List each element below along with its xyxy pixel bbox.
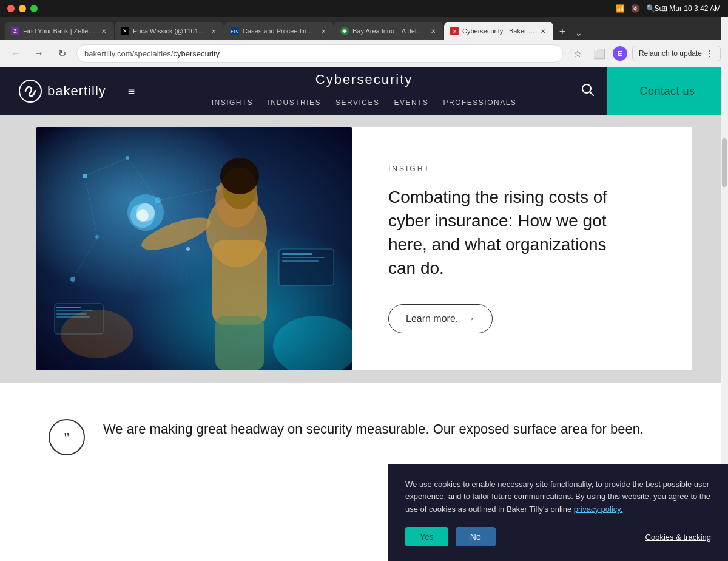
hamburger-menu[interactable]: ≡ <box>128 84 135 98</box>
system-time: Sun Mar 10 3:42 AM <box>655 4 721 13</box>
cookie-yes-button[interactable]: Yes <box>405 527 448 546</box>
svg-rect-38 <box>282 260 318 262</box>
tab-ftc[interactable]: FTC Cases and Proceedings |… ✕ <box>224 22 334 40</box>
tab-close-x[interactable]: ✕ <box>209 27 218 35</box>
tab-title-ftc: Cases and Proceedings |… <box>243 27 315 35</box>
traffic-lights <box>7 5 38 12</box>
volume-icon: 🔇 <box>631 4 640 13</box>
relaunch-menu-icon: ⋮ <box>706 49 714 58</box>
svg-rect-36 <box>282 253 312 255</box>
minimize-button[interactable] <box>19 5 26 12</box>
tab-title-x: Erica Wissick (@11010eric… <box>133 27 206 35</box>
tab-title-zelle: Find Your Bank | Zelle En… <box>23 27 96 35</box>
address-actions: ☆ ⬜ E Relaunch to update ⋮ <box>569 45 721 62</box>
site-header: bakertilly ≡ Cybersecurity INSIGHTS INDU… <box>0 67 728 115</box>
quote-mark: " <box>49 419 85 455</box>
tab-bay[interactable]: ◉ Bay Area Inno – A defunct… ✕ <box>334 22 443 40</box>
svg-point-0 <box>19 80 41 102</box>
svg-point-28 <box>136 209 149 222</box>
cookies-tracking-link[interactable]: Cookies & tracking <box>645 532 711 542</box>
cookie-actions: Yes No Cookies & tracking <box>405 527 711 546</box>
nav-events[interactable]: EVENTS <box>394 98 428 107</box>
tab-close-ftc[interactable]: ✕ <box>319 27 328 35</box>
bookmark-icon[interactable]: ☆ <box>569 45 586 62</box>
insight-label: INSIGHT <box>388 165 655 173</box>
tab-title-bay: Bay Area Inno – A defunct… <box>352 27 425 35</box>
hero-section: INSIGHT Combating the rising costs of cy… <box>0 115 728 382</box>
svg-line-2 <box>590 92 594 95</box>
back-button[interactable]: ← <box>7 45 24 62</box>
tab-title-bt: Cybersecurity - Baker Tilly… <box>462 27 535 35</box>
tab-bar: Z Find Your Bank | Zelle En… ✕ ✕ Erica W… <box>0 17 728 40</box>
tab-favicon-ftc: FTC <box>231 27 239 35</box>
scrollbar-thumb[interactable] <box>722 138 727 187</box>
contact-button[interactable]: Contact us <box>607 67 728 115</box>
cookie-no-button[interactable]: No <box>456 527 496 546</box>
svg-rect-29 <box>215 316 264 370</box>
page-title: Cybersecurity <box>315 72 413 87</box>
nav-links: INSIGHTS INDUSTRIES SERVICES EVENTS PROF… <box>212 98 517 107</box>
tab-close-bt[interactable]: ✕ <box>539 27 547 35</box>
cookie-banner: We use cookies to enable necessary site … <box>388 464 728 561</box>
reload-button[interactable]: ↻ <box>53 45 70 62</box>
address-bar: ← → ↻ bakertilly.com/specialties/cyberse… <box>0 40 728 67</box>
tab-favicon-bay: ◉ <box>340 27 349 35</box>
tab-favicon-zelle: Z <box>11 27 19 35</box>
tab-close-zelle[interactable]: ✕ <box>99 27 108 35</box>
hero-svg <box>36 127 352 370</box>
svg-rect-25 <box>212 240 267 325</box>
split-view-icon[interactable]: ⬜ <box>591 45 608 62</box>
arrow-icon: → <box>465 313 475 324</box>
hero-title: Combating the rising costs of cyber insu… <box>388 185 619 280</box>
logo-text: bakertilly <box>47 83 106 99</box>
nav-services[interactable]: SERVICES <box>335 98 379 107</box>
relaunch-button[interactable]: Relaunch to update ⋮ <box>632 46 721 61</box>
wifi-icon: 📶 <box>616 4 625 13</box>
tab-zelle[interactable]: Z Find Your Bank | Zelle En… ✕ <box>5 22 114 40</box>
site-search-icon[interactable] <box>581 83 595 100</box>
url-path: bakertilly.com/specialties/ <box>84 49 173 58</box>
quote-text: We are making great headway on security … <box>103 419 644 439</box>
forward-button[interactable]: → <box>30 45 47 62</box>
logo-icon <box>18 79 42 103</box>
nav-insights[interactable]: INSIGHTS <box>212 98 254 107</box>
privacy-policy-link[interactable]: privacy policy. <box>574 505 623 514</box>
tab-x[interactable]: ✕ Erica Wissick (@11010eric… ✕ <box>115 22 224 40</box>
tab-expand-button[interactable]: ⌄ <box>571 25 586 40</box>
svg-point-22 <box>220 158 259 194</box>
cookie-text: We use cookies to enable necessary site … <box>405 478 711 516</box>
learn-more-label: Learn more. <box>406 313 458 324</box>
fullscreen-button[interactable] <box>30 5 38 12</box>
close-button[interactable] <box>7 5 15 12</box>
new-tab-button[interactable]: + <box>554 23 571 40</box>
contact-label: Contact us <box>639 85 695 98</box>
tab-close-bay[interactable]: ✕ <box>429 27 437 35</box>
svg-point-39 <box>61 310 133 358</box>
hero-content: INSIGHT Combating the rising costs of cy… <box>352 127 692 370</box>
learn-more-button[interactable]: Learn more. → <box>388 304 493 333</box>
url-domain: cybersecurity <box>173 49 220 58</box>
logo-area: bakertilly ≡ <box>18 79 135 103</box>
site-logo[interactable]: bakertilly <box>18 79 106 103</box>
profile-badge[interactable]: E <box>613 46 627 61</box>
nav-professionals[interactable]: PROFESSIONALS <box>443 98 516 107</box>
url-bar[interactable]: bakertilly.com/specialties/cybersecurity <box>76 44 563 63</box>
tab-favicon-bt: bt <box>450 27 459 35</box>
tab-bakertilly[interactable]: bt Cybersecurity - Baker Tilly… ✕ <box>444 22 553 40</box>
svg-rect-37 <box>282 257 325 258</box>
hero-image <box>36 127 352 370</box>
url-text: bakertilly.com/specialties/cybersecurity <box>84 49 220 58</box>
nav-industries[interactable]: INDUSTRIES <box>268 98 321 107</box>
svg-rect-31 <box>56 307 81 308</box>
relaunch-label: Relaunch to update <box>639 49 702 58</box>
macos-bar: 📶 🔇 🔍 ⊞ Sun Mar 10 3:42 AM <box>0 0 728 17</box>
tab-favicon-x: ✕ <box>121 27 129 35</box>
